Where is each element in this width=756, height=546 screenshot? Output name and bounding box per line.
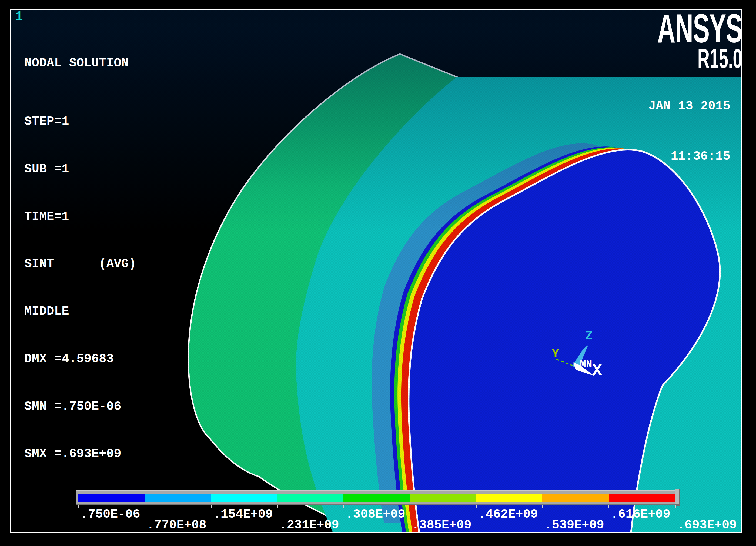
date-label: JAN 13 2015: [648, 98, 730, 115]
annotation-line: TIME=1: [24, 209, 136, 225]
legend-value: .693E+09: [677, 518, 737, 532]
annotation-line: SUB =1: [24, 161, 136, 177]
legend-segment: [145, 494, 211, 502]
legend-tick: [410, 505, 410, 508]
legend-tick: [608, 505, 609, 508]
min-node-marker: MN: [580, 359, 592, 370]
legend-value: .539E+09: [544, 518, 604, 532]
legend-value: .231E+09: [279, 518, 339, 532]
legend-tick: [476, 505, 477, 508]
legend-value: .154E+09: [213, 507, 273, 521]
contour-legend-bar: [76, 490, 675, 505]
legend-segment: [78, 494, 145, 502]
contour-legend-strip: [78, 494, 675, 502]
annotation-line: SMX =.693E+09: [24, 446, 136, 462]
legend-tick: [145, 505, 145, 508]
y-axis-label: Y: [552, 347, 559, 361]
legend-tick: [277, 505, 278, 508]
annotation-title: NODAL SOLUTION: [24, 55, 136, 71]
legend-value: .750E-06: [81, 507, 140, 521]
time-label: 11:36:15: [648, 148, 730, 165]
legend-value: .462E+09: [478, 507, 538, 521]
legend-value: .616E+09: [611, 507, 670, 521]
plot-number: 1: [15, 9, 23, 24]
legend-segment: [277, 494, 343, 502]
annotation-line: MIDDLE: [24, 304, 136, 320]
legend-tick: [78, 505, 79, 508]
legend-value: .385E+09: [412, 518, 471, 532]
legend-segment: [609, 494, 675, 502]
annotation-line: SINT (AVG): [24, 256, 136, 272]
z-axis-label: Z: [585, 329, 593, 343]
legend-tick: [542, 505, 543, 508]
legend-tick: [343, 505, 344, 508]
legend-segment: [410, 494, 476, 502]
legend-segment: [542, 494, 608, 502]
legend-tick: [675, 505, 676, 508]
legend-end-cap: [675, 489, 680, 506]
ansys-graphics-window: Z Y MN X 1 NODAL SOLUTION STEP=1 SUB =1 …: [0, 0, 756, 546]
legend-tick: [211, 505, 212, 508]
legend-segment: [476, 494, 542, 502]
solution-annotation: NODAL SOLUTION STEP=1 SUB =1 TIME=1 SINT…: [24, 24, 136, 494]
annotation-line: SMN =.750E-06: [24, 399, 136, 415]
legend-value: .770E+08: [147, 518, 206, 532]
ansys-logo: ANSYS: [657, 8, 742, 49]
x-axis-label: X: [592, 361, 602, 380]
legend-segment: [343, 494, 410, 502]
annotation-line: STEP=1: [24, 114, 136, 130]
legend-segment: [211, 494, 277, 502]
date-time-stamp: JAN 13 2015 11:36:15: [648, 64, 730, 198]
legend-value: .308E+09: [346, 507, 405, 521]
annotation-line: DMX =4.59683: [24, 351, 136, 367]
